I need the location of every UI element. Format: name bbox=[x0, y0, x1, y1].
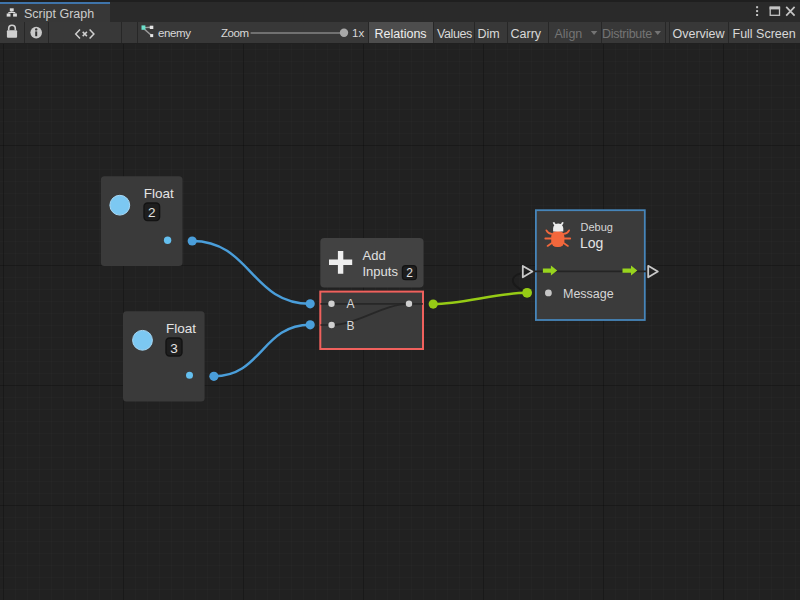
svg-text:Message: Message bbox=[563, 287, 614, 301]
svg-text:Debug: Debug bbox=[581, 221, 613, 233]
svg-text:Inputs: Inputs bbox=[363, 264, 399, 279]
svg-text:Add: Add bbox=[363, 248, 386, 263]
svg-text:Float: Float bbox=[166, 321, 196, 336]
svg-text:2: 2 bbox=[406, 266, 413, 280]
svg-text:B: B bbox=[347, 319, 355, 333]
svg-text:2: 2 bbox=[148, 205, 156, 220]
svg-text:3: 3 bbox=[170, 341, 178, 356]
svg-text:Float: Float bbox=[144, 186, 174, 201]
svg-text:A: A bbox=[347, 297, 355, 311]
svg-text:Log: Log bbox=[580, 235, 603, 251]
